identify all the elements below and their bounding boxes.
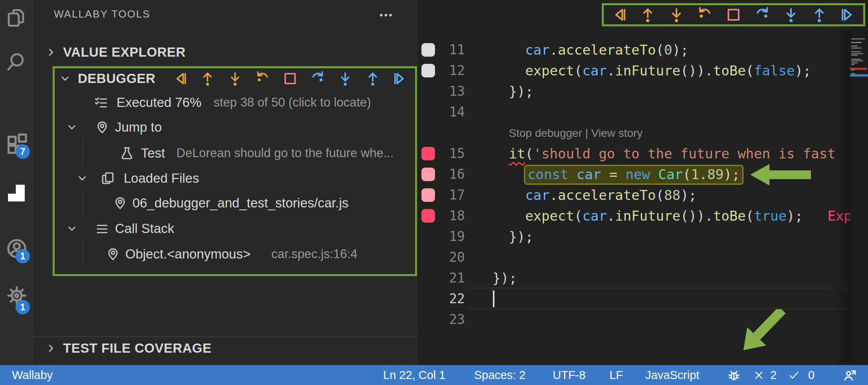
code-line-11[interactable]: car.accelerateTo(0);: [492, 39, 688, 60]
status-language[interactable]: JavaScript: [645, 365, 699, 385]
line-number-22: 22: [430, 288, 465, 309]
code-line-12[interactable]: expect(car.inFuture()).toBe(false);: [492, 60, 811, 81]
code-line-19[interactable]: });: [492, 226, 533, 247]
reverse-continue-button[interactable]: [172, 70, 188, 87]
tree-indent-guide: [82, 190, 83, 214]
line-number-14: 14: [430, 102, 465, 122]
vscode-window: 7 1 1 WALLABY TOOLS VALUE EXPLORER DEBUG…: [0, 0, 868, 385]
text-cursor: [493, 290, 494, 307]
stop-button[interactable]: [725, 6, 742, 24]
status-indentation[interactable]: Spaces: 2: [474, 365, 526, 385]
minimap-line: [851, 51, 861, 52]
chevron-right-icon: [45, 342, 57, 354]
location-pin-icon: [113, 196, 127, 210]
step-back-button[interactable]: [254, 70, 271, 87]
loaded-files-item[interactable]: Loaded Files: [34, 168, 418, 188]
editor-debug-toolbar: [604, 5, 863, 24]
bug-icon[interactable]: [727, 369, 741, 382]
continue-button[interactable]: [839, 6, 857, 24]
status-cursor-position[interactable]: Ln 22, Col 1: [383, 365, 445, 385]
code-line-15[interactable]: it('should go to the future when is fast: [492, 143, 836, 164]
step-into-button[interactable]: [337, 70, 354, 87]
jump-to-item[interactable]: Jump to: [34, 117, 418, 137]
line-number-16: 16: [430, 164, 465, 185]
section-test-file-coverage[interactable]: TEST FILE COVERAGE: [34, 338, 418, 358]
minimap[interactable]: [850, 0, 868, 365]
code-line-16[interactable]: const car = new Car(1.89);: [492, 164, 742, 185]
stop-button[interactable]: [282, 70, 299, 87]
step-back-button[interactable]: [696, 6, 714, 24]
debug-active-statement: const car = new Car(1.89);: [525, 166, 742, 184]
wallaby-marker-line-11[interactable]: [421, 43, 435, 57]
failing-tests-count[interactable]: 2: [770, 365, 777, 385]
wallaby-marker-line-16[interactable]: [421, 168, 435, 181]
activity-bar: 7 1 1: [0, 0, 34, 365]
files-copy-icon: [101, 171, 115, 186]
step-back-into-button[interactable]: [668, 6, 685, 24]
stack-frame-item[interactable]: Object.<anonymous> car.spec.js:16:4: [34, 244, 418, 264]
code-line-21[interactable]: });: [492, 268, 517, 288]
chevron-right-icon: [45, 46, 57, 58]
chevron-down-icon: [76, 172, 88, 184]
executed-progress-item[interactable]: Executed 76% step 38 of 50 (click to loc…: [34, 93, 418, 113]
continue-button[interactable]: [392, 70, 409, 87]
checklist-icon: [94, 96, 108, 110]
minimap-line: [851, 42, 862, 43]
line-number-18: 18: [430, 205, 465, 226]
wallaby-marker-line-15[interactable]: [421, 147, 435, 160]
current-line-border: [467, 288, 849, 288]
chevron-down-icon: [59, 73, 71, 85]
section-value-explorer[interactable]: VALUE EXPLORER: [34, 42, 418, 62]
tree-indent-guide: [82, 241, 83, 265]
activity-wallaby-button[interactable]: [5, 182, 28, 205]
step-out-button[interactable]: [364, 70, 381, 87]
code-line-17[interactable]: car.accelerateTo(88);: [492, 185, 697, 205]
activity-explorer-button[interactable]: [5, 7, 28, 30]
status-wallaby[interactable]: Wallaby: [12, 365, 53, 385]
loaded-file-item[interactable]: 06_debugger_and_test_stories/car.js: [34, 193, 418, 213]
section-divider: [34, 336, 418, 337]
failing-tests-icon[interactable]: [753, 370, 764, 381]
passing-tests-icon[interactable]: [788, 369, 800, 381]
status-encoding[interactable]: UTF-8: [553, 365, 585, 385]
wallaby-marker-line-12[interactable]: [421, 64, 435, 77]
minimap-line: [851, 47, 862, 49]
passing-tests-count[interactable]: 0: [808, 365, 815, 385]
current-line-border: [467, 308, 849, 309]
annotation-box-debug-toolbar: [602, 3, 865, 26]
activity-accounts-button[interactable]: 1: [5, 237, 28, 260]
codelens-stop-debugger-view-story[interactable]: Stop debugger | View story: [509, 126, 643, 140]
line-number-19: 19: [430, 226, 465, 247]
reverse-continue-button[interactable]: [610, 6, 628, 24]
step-into-button[interactable]: [782, 6, 800, 24]
status-eol[interactable]: LF: [609, 365, 623, 385]
list-icon: [95, 222, 109, 236]
activity-extensions-button[interactable]: 7: [5, 132, 28, 156]
step-back-out-button[interactable]: [199, 70, 216, 87]
wallaby-marker-line-17[interactable]: [421, 188, 435, 202]
step-out-button[interactable]: [811, 6, 828, 24]
line-number-20: 20: [430, 247, 465, 268]
code-editor[interactable]: 11 car.accelerateTo(0);12 expect(car.inF…: [418, 0, 850, 365]
line-number-13: 13: [430, 81, 465, 102]
minimap-line: [851, 45, 858, 47]
activity-search-button[interactable]: [5, 51, 28, 74]
step-back-out-button[interactable]: [639, 6, 656, 24]
sidebar-title: WALLABY TOOLS: [54, 8, 150, 20]
wallaby-marker-line-18[interactable]: [421, 209, 435, 223]
jump-to-test-item[interactable]: Test DeLorean should go to the future wh…: [34, 143, 418, 163]
line-number-11: 11: [430, 39, 465, 60]
step-back-into-button[interactable]: [227, 70, 243, 87]
minimap-line: [851, 69, 854, 71]
wallaby-icon: [5, 182, 28, 204]
minimap-viewport[interactable]: [850, 74, 868, 77]
step-over-button[interactable]: [309, 70, 326, 87]
code-line-18[interactable]: expect(car.inFuture()).toBe(true); Exp: [492, 205, 850, 226]
step-over-button[interactable]: [753, 6, 771, 24]
activity-settings-button[interactable]: 1: [5, 284, 28, 307]
code-line-13[interactable]: });: [492, 81, 533, 102]
more-actions-icon[interactable]: [378, 7, 394, 23]
feedback-person-icon[interactable]: [843, 368, 857, 383]
call-stack-item[interactable]: Call Stack: [34, 219, 418, 239]
section-debugger[interactable]: DEBUGGER: [34, 69, 170, 89]
